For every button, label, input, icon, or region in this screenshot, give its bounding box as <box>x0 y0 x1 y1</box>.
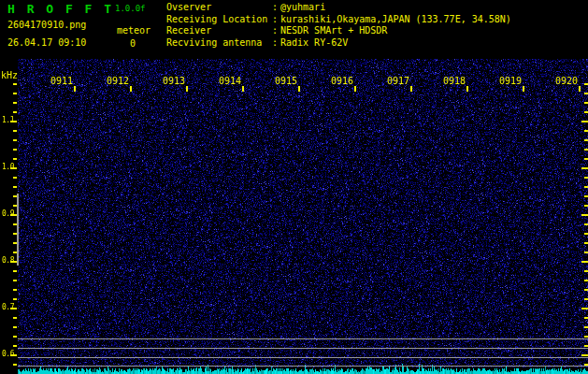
info-row: Receiving Location:kurashiki,Okayama,JAP… <box>166 14 511 24</box>
freq-minor-tick-left <box>13 364 17 366</box>
minute-tick <box>579 86 581 92</box>
freq-minor-tick-right <box>584 223 588 225</box>
info-row-colon: : <box>272 37 280 48</box>
freq-minor-tick-right <box>584 205 588 207</box>
app-version: 1.0.0f <box>115 4 146 13</box>
freq-minor-tick-right <box>584 252 588 253</box>
time-tick-label: 0919 <box>497 76 522 86</box>
freq-minor-tick-left <box>13 270 17 272</box>
minute-tick <box>466 86 468 92</box>
freq-minor-tick-right <box>584 93 588 94</box>
frequency-range-marker-line <box>17 194 19 266</box>
meteor-counter-label: meteor <box>117 25 151 36</box>
freq-major-tick-left <box>10 308 17 309</box>
freq-major-tick-right <box>581 167 588 169</box>
freq-minor-tick-left <box>13 102 17 104</box>
freq-minor-tick-right <box>584 111 588 113</box>
time-tick-label: 0913 <box>161 76 185 86</box>
time-tick-label: 0917 <box>385 76 409 86</box>
info-row: Receiver:NESDR SMArt + HDSDR <box>166 25 387 36</box>
freq-major-tick-right <box>581 354 588 356</box>
info-row-colon: : <box>272 14 280 24</box>
freq-minor-tick-right <box>584 158 588 160</box>
minute-tick <box>74 86 76 92</box>
freq-minor-tick-right <box>584 233 588 235</box>
freq-major-tick-left <box>10 214 17 216</box>
info-row-colon: : <box>272 25 280 36</box>
freq-major-tick-left <box>10 121 17 122</box>
time-tick-label: 0912 <box>105 76 129 86</box>
freq-minor-tick-right <box>584 317 588 319</box>
freq-minor-tick-left <box>13 83 17 85</box>
info-row-value: Radix RY-62V <box>280 37 348 48</box>
minute-tick <box>242 86 244 92</box>
output-filename: 2604170910.png <box>7 20 86 30</box>
minute-tick <box>298 86 300 92</box>
info-row-label: Recviving antenna <box>166 37 272 48</box>
minute-tick <box>130 86 132 92</box>
time-tick-label: 0916 <box>329 76 353 86</box>
minute-tick <box>410 86 412 92</box>
info-row-label: Receiver <box>166 25 272 36</box>
freq-minor-tick-left <box>13 158 17 160</box>
freq-minor-tick-right <box>584 270 588 272</box>
freq-minor-tick-right <box>584 298 588 300</box>
freq-minor-tick-right <box>584 139 588 141</box>
minute-tick <box>186 86 188 92</box>
freq-minor-tick-left <box>13 139 17 141</box>
info-row-colon: : <box>272 2 280 12</box>
freq-minor-tick-left <box>13 93 17 94</box>
freq-minor-tick-left <box>13 111 17 113</box>
minute-tick <box>354 86 356 92</box>
freq-minor-tick-right <box>584 336 588 338</box>
freq-minor-tick-left <box>13 298 17 300</box>
freq-major-tick-left <box>10 261 17 263</box>
freq-axis-unit-label: kHz <box>1 70 18 80</box>
freq-minor-tick-left <box>13 186 17 188</box>
freq-minor-tick-left <box>13 326 17 328</box>
freq-major-tick-right <box>581 308 588 309</box>
level-gridline <box>18 357 588 358</box>
freq-minor-tick-right <box>584 102 588 104</box>
info-row-value: kurashiki,Okayama,JAPAN (133.77E, 34.58N… <box>280 14 511 24</box>
freq-minor-tick-right <box>584 280 588 281</box>
freq-minor-tick-right <box>584 130 588 132</box>
freq-minor-tick-right <box>584 345 588 347</box>
level-gridline <box>18 366 588 367</box>
info-row-value: @yuhmari <box>280 2 325 12</box>
info-row-label: Receiving Location <box>166 14 272 24</box>
freq-major-tick-right <box>581 121 588 122</box>
freq-minor-tick-right <box>584 242 588 244</box>
hrofft-screen: H R O F F T 1.0.0f 2604170910.png meteor… <box>0 0 588 374</box>
freq-minor-tick-right <box>584 83 588 85</box>
freq-minor-tick-left <box>13 289 17 291</box>
time-tick-label: 0914 <box>217 76 241 86</box>
freq-minor-tick-right <box>584 326 588 328</box>
info-row: Recviving antenna:Radix RY-62V <box>166 37 348 48</box>
time-tick-label: 0911 <box>49 76 73 86</box>
app-title: H R O F F T <box>7 2 114 16</box>
freq-major-tick-right <box>581 261 588 263</box>
freq-minor-tick-left <box>13 336 17 338</box>
freq-minor-tick-right <box>584 289 588 291</box>
info-row-value: NESDR SMArt + HDSDR <box>280 25 387 36</box>
freq-minor-tick-right <box>584 186 588 188</box>
freq-minor-tick-left <box>13 317 17 319</box>
info-row: Ovserver:@yuhmari <box>166 2 325 12</box>
level-gridline <box>18 338 588 339</box>
freq-minor-tick-left <box>13 345 17 347</box>
level-gridline <box>18 348 588 349</box>
freq-minor-tick-left <box>13 177 17 179</box>
freq-major-tick-left <box>10 354 17 356</box>
time-tick-label: 0920 <box>553 76 578 86</box>
freq-minor-tick-left <box>13 149 17 151</box>
info-row-label: Ovserver <box>166 2 272 12</box>
meteor-counter-value: 0 <box>130 38 136 49</box>
freq-minor-tick-left <box>13 280 17 281</box>
spectrogram-canvas <box>18 59 588 374</box>
time-tick-label: 0915 <box>273 76 297 86</box>
minute-tick <box>523 86 524 92</box>
observation-datetime: 26.04.17 09:10 <box>7 37 86 48</box>
freq-minor-tick-right <box>584 149 588 151</box>
freq-minor-tick-right <box>584 195 588 197</box>
